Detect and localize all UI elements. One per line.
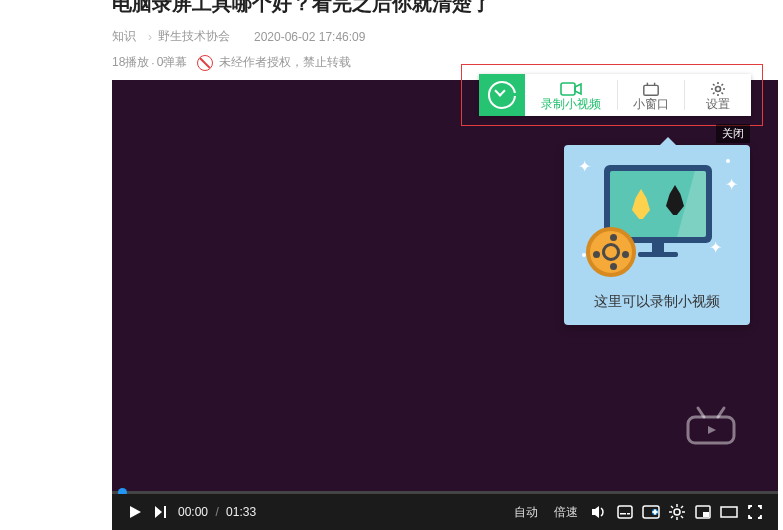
breadcrumb-sep: ›	[148, 30, 152, 44]
tooltip-arrow	[660, 137, 676, 145]
current-time: 00:00	[178, 505, 208, 519]
no-repost-text: 未经作者授权，禁止转载	[219, 54, 351, 71]
ext-record-button[interactable]: 录制小视频	[525, 74, 617, 116]
svg-line-22	[671, 516, 673, 518]
no-repost-icon	[197, 55, 213, 71]
svg-marker-3	[708, 426, 716, 434]
breadcrumb-cat2[interactable]: 野生技术协会	[158, 28, 230, 45]
ext-settings-button[interactable]: 设置	[685, 74, 751, 116]
breadcrumb: 知识 › 野生技术协会 2020-06-02 17:46:09	[112, 28, 371, 45]
svg-line-40	[722, 84, 724, 86]
danmaku-count: 0弹幕	[157, 54, 188, 71]
page-title: 电脑录屏工具哪个好？看完之后你就清楚了	[112, 0, 492, 17]
svg-marker-28	[575, 84, 581, 94]
subtitle-button[interactable]	[612, 499, 638, 525]
play-count: 18播放	[112, 54, 149, 71]
svg-rect-9	[620, 513, 626, 515]
svg-marker-4	[130, 506, 141, 518]
tooltip-close-button[interactable]: 关闭	[716, 124, 750, 143]
svg-rect-14	[653, 511, 658, 513]
svg-line-21	[681, 516, 683, 518]
svg-line-20	[671, 506, 673, 508]
time-display: 00:00 / 01:33	[178, 505, 256, 519]
svg-point-32	[716, 86, 721, 91]
extension-toolbar: 录制小视频 小窗口 设置	[479, 74, 751, 116]
pip-button[interactable]	[690, 499, 716, 525]
ext-pip-button[interactable]: 小窗口	[618, 74, 684, 116]
ext-settings-label: 设置	[706, 98, 730, 110]
duration: 01:33	[226, 505, 256, 519]
settings-button[interactable]	[664, 499, 690, 525]
svg-rect-26	[721, 507, 737, 517]
svg-rect-25	[703, 512, 709, 517]
svg-line-37	[713, 84, 715, 86]
svg-line-39	[713, 92, 715, 94]
volume-button[interactable]	[586, 499, 612, 525]
svg-rect-10	[627, 513, 630, 515]
extension-logo-icon[interactable]	[479, 74, 525, 116]
controls-bar: 00:00 / 01:33 自动 倍速	[112, 494, 778, 530]
film-reel-icon	[586, 227, 636, 277]
tooltip-caption: 这里可以录制小视频	[564, 285, 750, 325]
tooltip-illustration: ✦✦✦	[564, 145, 750, 285]
speed-button[interactable]: 倍速	[554, 504, 578, 521]
svg-point-15	[674, 509, 680, 515]
breadcrumb-cat1[interactable]: 知识	[112, 28, 136, 45]
svg-rect-27	[561, 83, 575, 95]
svg-rect-8	[618, 506, 632, 518]
ext-record-label: 录制小视频	[541, 98, 601, 110]
record-tooltip: 关闭 ✦✦✦ 这里可以录制小视频	[564, 145, 750, 325]
svg-marker-7	[592, 506, 599, 518]
ext-pip-label: 小窗口	[633, 98, 669, 110]
svg-marker-5	[155, 506, 162, 518]
fullscreen-button[interactable]	[742, 499, 768, 525]
svg-rect-29	[644, 85, 658, 95]
play-button[interactable]	[122, 499, 148, 525]
danmaku-toggle-button[interactable]	[638, 499, 664, 525]
svg-line-23	[681, 506, 683, 508]
stats-row: 18播放 · 0弹幕 未经作者授权，禁止转载	[112, 54, 351, 71]
next-button[interactable]	[148, 499, 174, 525]
svg-rect-6	[164, 506, 166, 518]
dot-sep: ·	[151, 56, 154, 70]
quality-button[interactable]: 自动	[514, 504, 538, 521]
upload-timestamp: 2020-06-02 17:46:09	[254, 30, 365, 44]
svg-line-38	[722, 92, 724, 94]
bilibili-watermark-icon	[684, 405, 738, 450]
wide-button[interactable]	[716, 499, 742, 525]
